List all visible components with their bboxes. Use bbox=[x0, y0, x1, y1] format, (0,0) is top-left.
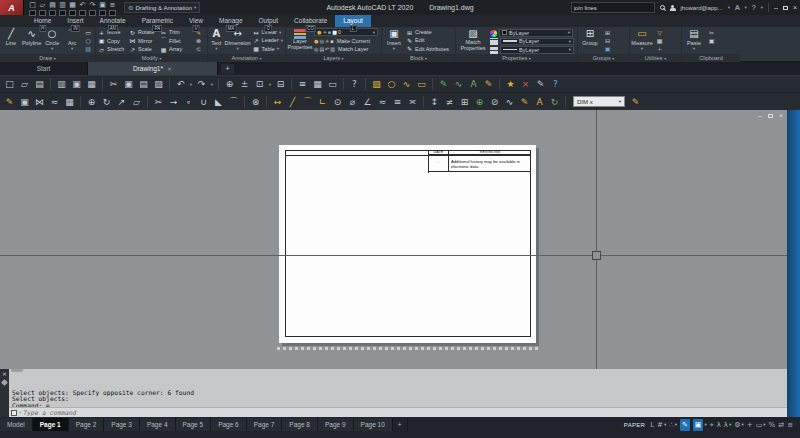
edit-polyline-icon[interactable]: ∿ bbox=[451, 77, 466, 91]
make-current-row[interactable]: ●◎☀▪ Make Current bbox=[314, 37, 378, 45]
design-center-icon[interactable]: ▦ bbox=[310, 77, 325, 91]
mirror-icon[interactable]: ⋈ bbox=[32, 95, 47, 109]
table-button[interactable]: ▦ Table ▾ bbox=[253, 45, 283, 53]
tab-home[interactable]: Home H bbox=[26, 15, 59, 27]
chamfer-icon[interactable]: ◣ bbox=[211, 95, 226, 109]
tab-output[interactable]: Output O bbox=[251, 15, 287, 27]
copy-icon[interactable]: ▣ bbox=[17, 95, 32, 109]
layer-isolate-icon[interactable]: ◎ bbox=[319, 38, 323, 44]
break-icon[interactable]: ∘ bbox=[181, 95, 196, 109]
zoom-realtime-icon[interactable]: ± bbox=[237, 77, 252, 91]
help-icon[interactable]: ? bbox=[347, 77, 362, 91]
dim-edit-icon[interactable]: ✎ bbox=[517, 95, 532, 109]
maximize-button[interactable] bbox=[783, 6, 788, 10]
group-button[interactable]: ⊞ Group bbox=[580, 28, 600, 53]
snap-icon[interactable]: ∴ bbox=[669, 419, 673, 431]
chevron-down-icon[interactable]: ▾ bbox=[71, 46, 73, 51]
dim-continue-icon[interactable]: ≍ bbox=[405, 95, 420, 109]
minimize-button[interactable]: – bbox=[774, 4, 778, 11]
dim-jogged-icon[interactable]: ∿ bbox=[502, 95, 517, 109]
ortho-icon[interactable]: L bbox=[650, 419, 654, 431]
scale-icon[interactable]: ↗ bbox=[114, 95, 129, 109]
dim-update-icon[interactable]: ↻ bbox=[547, 95, 562, 109]
command-recent-arrow[interactable]: ▾ bbox=[19, 410, 21, 415]
spline-icon[interactable]: ∿ bbox=[399, 77, 414, 91]
scale-menu-arrow[interactable]: ▾ bbox=[729, 419, 731, 431]
dim-break-icon[interactable]: ≠ bbox=[442, 95, 457, 109]
layout-tab-page-9[interactable]: Page 9 bbox=[318, 418, 354, 431]
layer-off-icon[interactable]: ● bbox=[314, 38, 318, 44]
tolerance-icon[interactable]: ⊞ bbox=[457, 95, 472, 109]
scale-button[interactable]: ↗ Scale bbox=[129, 45, 160, 54]
save-icon[interactable]: ▤ bbox=[49, 2, 56, 16]
tab-annotate[interactable]: Annotate AN bbox=[92, 15, 134, 27]
offset-icon[interactable]: ≈ bbox=[47, 95, 62, 109]
insert-button[interactable]: ▣ Insert ▾ bbox=[384, 28, 404, 53]
layer-unisolate-icon[interactable]: ◎ bbox=[314, 46, 318, 52]
match-properties-button[interactable]: ▨ Match Properties bbox=[458, 28, 488, 53]
layer-freeze-icon[interactable]: ☀ bbox=[325, 38, 329, 44]
dim-linear-icon[interactable]: ↔ bbox=[270, 95, 285, 109]
start-tab[interactable]: Start bbox=[0, 62, 88, 75]
array-icon[interactable]: ▦ bbox=[62, 95, 77, 109]
line-button[interactable]: ╱ Line bbox=[2, 28, 20, 53]
app-logo-button[interactable]: A bbox=[0, 0, 24, 15]
utilities-panel-label[interactable]: Utilities ▾ bbox=[630, 54, 681, 62]
paper-space-label[interactable]: PAPER bbox=[624, 422, 645, 428]
dim-angular-icon[interactable]: ∠ bbox=[360, 95, 375, 109]
hatch-icon[interactable]: ▨ bbox=[369, 77, 384, 91]
plot-icon[interactable]: ▥ bbox=[54, 77, 69, 91]
layer-combo[interactable]: ●☀▪■ 0 ▾ bbox=[314, 28, 378, 36]
grid-menu-arrow[interactable]: ▾ bbox=[664, 419, 666, 431]
center-mark-icon[interactable]: ⊕ bbox=[472, 95, 487, 109]
join-icon[interactable]: ⊂ bbox=[196, 45, 201, 52]
annotation-pencil-icon[interactable]: ✎ bbox=[680, 419, 690, 431]
command-input-row[interactable]: ▾ bbox=[9, 407, 787, 417]
dim-style-combo[interactable]: DIM x ▾ bbox=[573, 96, 625, 107]
snap-menu-arrow[interactable]: ▾ bbox=[675, 419, 677, 431]
quick-select-icon[interactable]: ▽ bbox=[657, 29, 662, 36]
redo-menu-arrow[interactable]: ▾ bbox=[209, 77, 215, 91]
linetype-icon[interactable] bbox=[490, 47, 498, 54]
tab-insert[interactable]: Insert IN bbox=[59, 15, 91, 27]
new-drawing-tab-button[interactable]: + bbox=[221, 64, 234, 74]
brush-icon[interactable]: ✎ bbox=[481, 77, 496, 91]
properties-icon[interactable]: ≡ bbox=[109, 2, 116, 16]
layer-previous-icon[interactable]: ↶ bbox=[325, 46, 329, 52]
rectangle-icon[interactable]: ▭ bbox=[85, 29, 91, 36]
osnap-menu-arrow[interactable]: ▾ bbox=[704, 419, 706, 431]
layout-tab-page-8[interactable]: Page 8 bbox=[282, 418, 318, 431]
undo-icon[interactable]: ↶ bbox=[79, 2, 86, 16]
display-icon[interactable]: ▭ bbox=[756, 419, 763, 431]
qnew-icon[interactable]: □ bbox=[29, 2, 36, 16]
dim-space-icon[interactable]: ↕ bbox=[427, 95, 442, 109]
switch-icon[interactable]: ⇄ bbox=[778, 419, 784, 431]
tool-palettes-icon[interactable]: ▭ bbox=[325, 77, 340, 91]
help-icon[interactable]: ? bbox=[752, 4, 756, 11]
edit-block-button[interactable]: ✎ Edit bbox=[406, 36, 449, 44]
layout-tab-page-1[interactable]: Page 1 bbox=[33, 418, 69, 431]
ungroup-icon[interactable]: × bbox=[518, 77, 533, 91]
dim-aligned-icon[interactable]: ╱ bbox=[285, 95, 300, 109]
cut-icon[interactable]: ✂ bbox=[709, 29, 714, 36]
dim-arc-icon[interactable]: ⌒ bbox=[300, 95, 315, 109]
print-preview-icon[interactable]: ▣ bbox=[99, 2, 106, 16]
layout-tab-page-10[interactable]: Page 10 bbox=[354, 418, 393, 431]
hatch-icon[interactable]: ▨ bbox=[85, 45, 91, 52]
plus-icon[interactable]: + bbox=[747, 419, 753, 431]
dim-radius-icon[interactable]: ⊙ bbox=[330, 95, 345, 109]
publish-icon[interactable]: ▦ bbox=[84, 77, 99, 91]
search-input[interactable] bbox=[571, 2, 655, 13]
new-layout-button[interactable]: + bbox=[393, 418, 408, 431]
lineweight-icon[interactable] bbox=[490, 38, 498, 45]
id-point-icon[interactable]: + bbox=[657, 45, 662, 52]
move-icon[interactable]: ⊕ bbox=[84, 95, 99, 109]
dim-text-edit-icon[interactable]: A bbox=[532, 95, 547, 109]
drawing-close-button[interactable]: × bbox=[779, 112, 783, 119]
tab-manage[interactable]: Manage MA bbox=[211, 15, 251, 27]
layers-panel-label[interactable]: Layers ▾ bbox=[286, 54, 381, 62]
copy-icon[interactable]: ▣ bbox=[121, 77, 136, 91]
join-icon[interactable]: ∪ bbox=[196, 95, 211, 109]
app-chevron-icon[interactable]: ▾ bbox=[745, 5, 747, 10]
layout-tab-page-3[interactable]: Page 3 bbox=[104, 418, 140, 431]
